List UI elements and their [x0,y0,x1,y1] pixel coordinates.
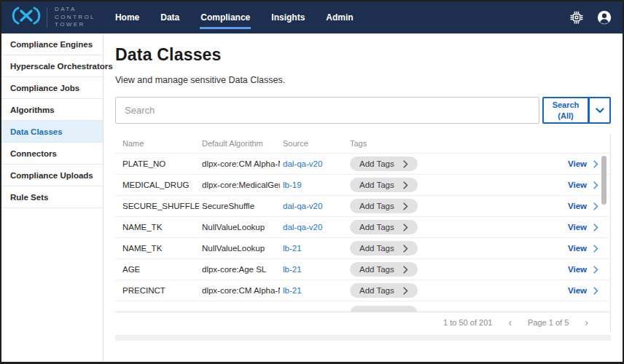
delphix-x-logo-icon [12,6,41,28]
data-classes-table: Name Default Algorithm Source Tags PLATE… [115,134,611,333]
account-avatar-icon[interactable] [596,9,612,25]
view-link[interactable]: View [568,244,587,253]
cell-view: View [523,244,598,253]
add-tags-button[interactable]: Add Tags [350,262,418,277]
brand-logo: DATA CONTROL TOWER [12,6,95,28]
search-bar: Search (All) [115,97,611,124]
search-input[interactable] [115,97,539,124]
nav-item[interactable]: Insights [270,8,305,29]
table-row: PLATE_NO dlpx-core:CM Alpha-Numeric dal-… [115,154,610,175]
view-link[interactable]: View [568,223,587,232]
chevron-right-icon [593,245,598,253]
add-tags-label: Add Tags [359,286,394,295]
cell-source-link[interactable]: lb-21 [283,244,347,253]
sidebar-item-label: Connectors [10,149,57,158]
sidebar-item[interactable]: Connectors [1,143,103,165]
nav-item[interactable]: Home [114,8,140,29]
column-header-name: Name [122,139,199,148]
cell-view: View [523,159,598,168]
table-row: NAME_TK NullValueLookup lb-21 Add Tags [115,238,610,259]
logo-divider [47,7,47,28]
previous-page-icon[interactable]: ‹ [507,317,513,328]
chevron-right-icon [593,223,598,232]
page-subtitle: View and manage sensitive Data Classes. [115,75,611,85]
table-row: MEDICAL_DRUG dlpx-core:MedicalGenericDru… [115,175,610,196]
next-page-icon[interactable]: › [583,317,590,328]
sidebar-item-label: Compliance Uploads [10,171,93,180]
cell-default-algorithm: NullValueLookup [202,223,280,232]
view-link[interactable]: View [568,286,587,295]
view-link[interactable]: View [568,159,587,168]
cell-source-link[interactable]: lb-21 [283,265,347,274]
main-nav: Home Data Compliance Insights Admin [114,8,354,27]
nav-item[interactable]: Data [160,8,180,29]
add-tags-button[interactable]: Add Tags [350,199,418,213]
sidebar-item-label: Compliance Jobs [10,84,79,92]
cell-tags: Add Tags [350,199,520,213]
sidebar-item[interactable]: Rule Sets [1,186,103,208]
cell-tags: Add Tags [350,220,520,234]
table-header-row: Name Default Algorithm Source Tags [115,134,610,154]
cell-source-link[interactable]: dal-qa-v20 [283,223,347,232]
main-content: Data Classes View and manage sensitive D… [104,33,623,363]
cell-source-link[interactable]: dal-qa-v20 [283,159,347,168]
column-header-default-algorithm: Default Algorithm [202,139,280,148]
table-row: SECURE_SHUFFLE SecureShuffle dal-qa-v20 … [115,196,610,217]
cell-tags: Add Tags [350,241,520,256]
table-row-partial [115,301,610,312]
table-row: AGE dlpx-core:Age SL lb-21 Add Tags [115,259,610,280]
cell-tags: Add Tags [350,262,520,277]
table-row: PRECINCT dlpx-core:CM Alpha-Numeric lb-2… [115,280,610,301]
horizontal-scrollbar-track[interactable] [115,335,611,341]
search-all-button[interactable]: Search (All) [542,97,589,124]
chevron-right-icon [403,160,408,168]
sidebar-item[interactable]: Data Classes [1,121,103,143]
add-tags-label: Add Tags [359,223,394,232]
cell-default-algorithm: SecureShuffle [202,202,280,210]
add-tags-button[interactable]: Add Tags [350,178,418,192]
cell-tags: Add Tags [350,178,520,192]
cell-name: MEDICAL_DRUG [122,181,199,189]
view-link[interactable]: View [568,181,587,189]
view-link[interactable]: View [568,202,587,210]
table-vertical-scrollbar[interactable] [601,156,607,205]
add-tags-button-partial[interactable] [350,306,418,312]
cell-name: AGE [122,265,199,274]
sidebar-item[interactable]: Compliance Uploads [1,165,103,186]
sidebar-item[interactable]: Compliance Engines [1,33,103,55]
pagination-range: 1 to 50 of 201 [443,318,492,327]
sidebar-item[interactable]: Compliance Jobs [1,77,103,99]
cell-tags: Add Tags [350,157,520,171]
cell-view: View [523,265,598,274]
sidebar-item[interactable]: Algorithms [1,99,103,121]
add-tags-button[interactable]: Add Tags [350,220,418,234]
cell-source-link[interactable]: lb-19 [283,181,347,189]
chevron-right-icon [403,287,408,295]
cell-source-link[interactable]: dal-qa-v20 [283,202,347,210]
sidebar-item[interactable]: Hyperscale Orchestrators [1,55,103,77]
add-tags-button[interactable]: Add Tags [350,157,418,171]
nav-item[interactable]: Admin [325,8,354,29]
add-tags-button[interactable]: Add Tags [350,241,418,256]
add-tags-button[interactable]: Add Tags [350,283,418,298]
chevron-right-icon [403,223,408,232]
sidebar-item-label: Hyperscale Orchestrators [10,62,113,71]
column-header-tags: Tags [350,139,520,148]
cell-tags: Add Tags [350,283,520,298]
view-link[interactable]: View [568,265,587,274]
cell-source-link[interactable]: lb-21 [283,286,347,295]
cell-view: View [523,181,598,189]
cell-name: NAME_TK [122,244,199,253]
chevron-right-icon [593,266,598,274]
table-row: NAME_TK NullValueLookup dal-qa-v20 Add T… [115,217,610,238]
topbar-actions [569,9,612,25]
chip-icon[interactable] [569,9,585,25]
sidebar-item-label: Compliance Engines [10,40,93,49]
cell-default-algorithm: dlpx-core:CM Alpha-Numeric [202,159,280,168]
search-button-line2: (All) [558,111,573,120]
cell-view: View [523,286,598,295]
search-scope-dropdown-button[interactable] [589,97,611,124]
table-rows-region: PLATE_NO dlpx-core:CM Alpha-Numeric dal-… [115,154,610,312]
chevron-right-icon [403,181,408,189]
nav-item[interactable]: Compliance [200,8,251,29]
